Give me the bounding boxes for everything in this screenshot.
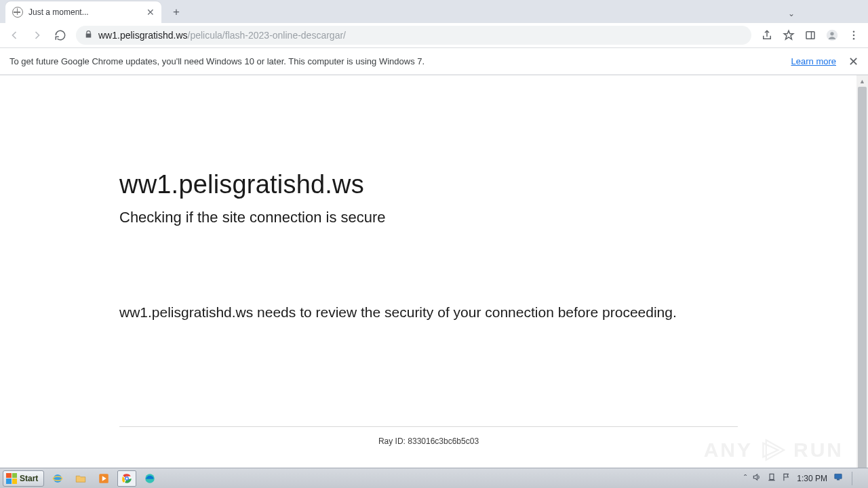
vertical-scrollbar[interactable]: ▲ ▼ — [856, 75, 868, 488]
svg-point-6 — [853, 38, 855, 40]
svg-point-5 — [853, 35, 855, 37]
svg-rect-17 — [770, 474, 774, 479]
taskbar-explorer-icon[interactable] — [71, 470, 90, 487]
taskbar-chrome-icon[interactable] — [117, 470, 136, 487]
lock-icon — [84, 30, 93, 41]
share-button[interactable] — [757, 25, 777, 45]
svg-point-15 — [126, 477, 128, 479]
side-panel-button[interactable] — [800, 25, 821, 45]
page-heading: ww1.pelisgratishd.ws — [119, 170, 739, 199]
system-tray: ˆ 1:30 PM — [744, 472, 865, 485]
browser-tab[interactable]: Just a moment... ✕ — [5, 1, 161, 23]
globe-icon — [12, 7, 23, 18]
tray-clock[interactable]: 1:30 PM — [797, 474, 827, 483]
divider — [119, 426, 738, 427]
page-viewport: ww1.pelisgratishd.ws Checking if the sit… — [0, 75, 868, 488]
bookmark-button[interactable] — [778, 25, 799, 45]
tray-flag-icon[interactable] — [782, 472, 791, 484]
taskbar-ie-icon[interactable] — [48, 470, 67, 487]
chrome-menu-button[interactable] — [844, 25, 864, 45]
svg-point-3 — [830, 32, 833, 35]
new-tab-button[interactable]: + — [167, 3, 186, 22]
taskbar-media-icon[interactable] — [94, 470, 113, 487]
svg-marker-8 — [763, 443, 778, 458]
update-infobar: To get future Google Chrome updates, you… — [0, 48, 868, 75]
infobar-close-button[interactable]: ✕ — [848, 56, 859, 68]
tab-strip: Just a moment... ✕ + ⌄ — [0, 0, 868, 23]
scroll-up-button[interactable]: ▲ — [856, 75, 868, 87]
address-bar[interactable]: ww1.pelisgratishd.ws/pelicula/flash-2023… — [76, 26, 751, 45]
learn-more-link[interactable]: Learn more — [791, 56, 836, 66]
windows-flag-icon — [6, 473, 17, 484]
tab-close-button[interactable]: ✕ — [146, 7, 155, 17]
infobar-message: To get future Google Chrome updates, you… — [9, 56, 791, 66]
svg-point-9 — [54, 474, 62, 483]
tray-expand-icon[interactable]: ˆ — [744, 473, 747, 483]
svg-rect-20 — [837, 479, 840, 480]
tray-monitor-icon[interactable] — [833, 472, 844, 484]
forward-button[interactable] — [27, 25, 47, 45]
scroll-thumb[interactable] — [858, 87, 867, 476]
svg-marker-7 — [766, 440, 784, 460]
browser-toolbar: ww1.pelisgratishd.ws/pelicula/flash-2023… — [0, 23, 868, 48]
tray-volume-icon[interactable] — [752, 472, 762, 484]
page-subheading: Checking if the site connection is secur… — [119, 209, 739, 226]
profile-button[interactable] — [822, 25, 842, 45]
svg-point-4 — [853, 30, 855, 33]
windows-taskbar: Start ˆ 1:30 PM — [0, 468, 868, 488]
taskbar-edge-icon[interactable] — [140, 470, 159, 487]
start-button[interactable]: Start — [3, 470, 44, 487]
page-body-text: ww1.pelisgratishd.ws needs to review the… — [119, 301, 730, 325]
url-text: ww1.pelisgratishd.ws/pelicula/flash-2023… — [98, 30, 346, 41]
back-button[interactable] — [4, 25, 24, 45]
tab-title: Just a moment... — [28, 7, 141, 17]
tray-network-icon[interactable] — [767, 472, 776, 484]
tab-search-chevron-icon[interactable]: ⌄ — [788, 9, 795, 18]
play-icon — [758, 435, 788, 465]
svg-rect-0 — [806, 32, 814, 39]
ray-id: Ray ID: 833016c3bc6b5c03 — [119, 436, 738, 446]
show-desktop-button[interactable] — [852, 472, 863, 485]
svg-rect-19 — [835, 474, 842, 479]
reload-button[interactable] — [50, 25, 71, 45]
